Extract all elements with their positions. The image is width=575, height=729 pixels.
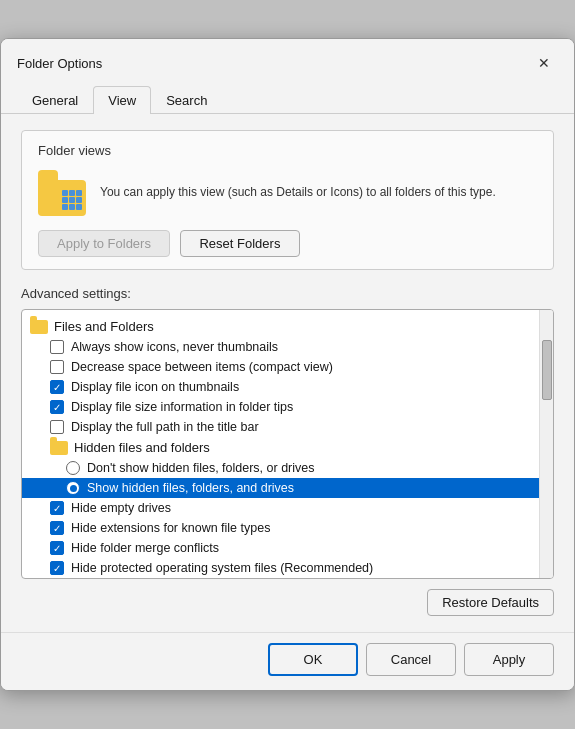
label-hide-folder-merge: Hide folder merge conflicts (71, 541, 219, 555)
grid-cell (76, 190, 82, 196)
folder-views-description: You can apply this view (such as Details… (100, 183, 537, 201)
title-bar: Folder Options ✕ (1, 39, 574, 77)
setting-hide-empty-drives: Hide empty drives (22, 498, 539, 518)
restore-defaults-button[interactable]: Restore Defaults (427, 589, 554, 616)
checkbox-decrease-space[interactable] (50, 360, 64, 374)
folder-icon-tab (38, 170, 58, 180)
settings-list-container: Files and Folders Always show icons, nev… (21, 309, 554, 579)
setting-hide-protected-os: Hide protected operating system files (R… (22, 558, 539, 578)
category-files-and-folders: Files and Folders (22, 316, 539, 337)
folder-icon-bg (38, 180, 86, 216)
tab-bar: General View Search (1, 77, 574, 114)
label-decrease-space: Decrease space between items (compact vi… (71, 360, 333, 374)
setting-display-file-icon: Display file icon on thumbnails (22, 377, 539, 397)
setting-hide-extensions: Hide extensions for known file types (22, 518, 539, 538)
category-label-hidden-files: Hidden files and folders (74, 440, 210, 455)
checkbox-display-full-path[interactable] (50, 420, 64, 434)
label-always-show-icons: Always show icons, never thumbnails (71, 340, 278, 354)
grid-cell (69, 204, 75, 210)
radio-show-hidden[interactable] (66, 481, 80, 495)
dialog-footer: OK Cancel Apply (1, 632, 574, 690)
scrollbar-thumb[interactable] (542, 340, 552, 400)
setting-show-hidden: Show hidden files, folders, and drives (22, 478, 539, 498)
setting-always-show-icons: Always show icons, never thumbnails (22, 337, 539, 357)
label-hide-extensions: Hide extensions for known file types (71, 521, 270, 535)
checkbox-hide-empty-drives[interactable] (50, 501, 64, 515)
setting-display-full-path: Display the full path in the title bar (22, 417, 539, 437)
reset-folders-button[interactable]: Reset Folders (180, 230, 300, 257)
checkbox-always-show-icons[interactable] (50, 340, 64, 354)
category-label-files-folders: Files and Folders (54, 319, 154, 334)
checkbox-display-file-icon[interactable] (50, 380, 64, 394)
scrollbar-track[interactable] (539, 310, 553, 578)
label-display-full-path: Display the full path in the title bar (71, 420, 259, 434)
radio-dont-show-hidden[interactable] (66, 461, 80, 475)
advanced-settings-label: Advanced settings: (21, 286, 554, 301)
folder-hidden-icon (50, 441, 68, 455)
setting-dont-show-hidden: Don't show hidden files, folders, or dri… (22, 458, 539, 478)
grid-cell (62, 204, 68, 210)
grid-cell (76, 197, 82, 203)
ok-button[interactable]: OK (268, 643, 358, 676)
settings-list: Files and Folders Always show icons, nev… (22, 310, 539, 578)
folder-views-inner: You can apply this view (such as Details… (38, 168, 537, 216)
folder-category-icon (30, 320, 48, 334)
grid-cell (69, 197, 75, 203)
folder-views-buttons: Apply to Folders Reset Folders (38, 230, 537, 257)
dialog-title: Folder Options (17, 56, 102, 71)
category-hidden-files: Hidden files and folders (22, 437, 539, 458)
grid-cell (62, 190, 68, 196)
label-display-file-size: Display file size information in folder … (71, 400, 293, 414)
label-display-file-icon: Display file icon on thumbnails (71, 380, 239, 394)
folder-views-section: Folder views (21, 130, 554, 270)
label-show-hidden: Show hidden files, folders, and drives (87, 481, 294, 495)
label-dont-show-hidden: Don't show hidden files, folders, or dri… (87, 461, 315, 475)
folder-icon (38, 168, 86, 216)
folder-icon-grid (62, 190, 84, 212)
grid-cell (69, 190, 75, 196)
checkbox-display-file-size[interactable] (50, 400, 64, 414)
apply-button[interactable]: Apply (464, 643, 554, 676)
folder-options-dialog: Folder Options ✕ General View Search Fol… (0, 38, 575, 691)
tab-search[interactable]: Search (151, 86, 222, 114)
tab-view[interactable]: View (93, 86, 151, 114)
checkbox-hide-protected-os[interactable] (50, 561, 64, 575)
grid-cell (62, 197, 68, 203)
tab-content: Folder views (1, 114, 574, 632)
folder-views-title: Folder views (38, 143, 537, 158)
checkbox-hide-folder-merge[interactable] (50, 541, 64, 555)
tab-general[interactable]: General (17, 86, 93, 114)
label-hide-protected-os: Hide protected operating system files (R… (71, 561, 373, 575)
setting-hide-folder-merge: Hide folder merge conflicts (22, 538, 539, 558)
apply-to-folders-button[interactable]: Apply to Folders (38, 230, 170, 257)
checkbox-hide-extensions[interactable] (50, 521, 64, 535)
setting-display-file-size: Display file size information in folder … (22, 397, 539, 417)
setting-decrease-space: Decrease space between items (compact vi… (22, 357, 539, 377)
restore-defaults-row: Restore Defaults (21, 589, 554, 616)
cancel-button[interactable]: Cancel (366, 643, 456, 676)
grid-cell (76, 204, 82, 210)
close-button[interactable]: ✕ (530, 49, 558, 77)
label-hide-empty-drives: Hide empty drives (71, 501, 171, 515)
